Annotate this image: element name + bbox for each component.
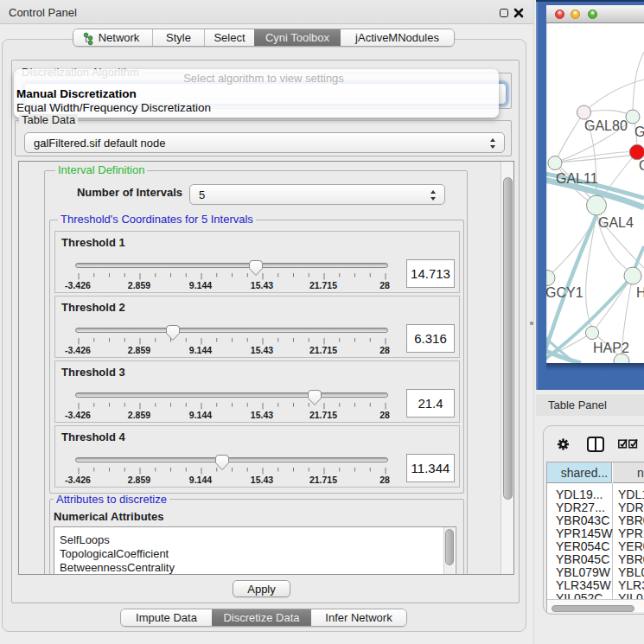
svg-text:GAL11: GAL11 xyxy=(556,171,598,186)
svg-text:GA: GA xyxy=(634,124,644,139)
svg-text:GAL4: GAL4 xyxy=(598,215,634,230)
svg-text:HAP2: HAP2 xyxy=(593,341,629,355)
svg-text:GAL80: GAL80 xyxy=(584,118,628,133)
svg-text:C: C xyxy=(639,158,644,173)
svg-text:GCY1: GCY1 xyxy=(546,285,583,300)
svg-text:H: H xyxy=(636,285,644,300)
